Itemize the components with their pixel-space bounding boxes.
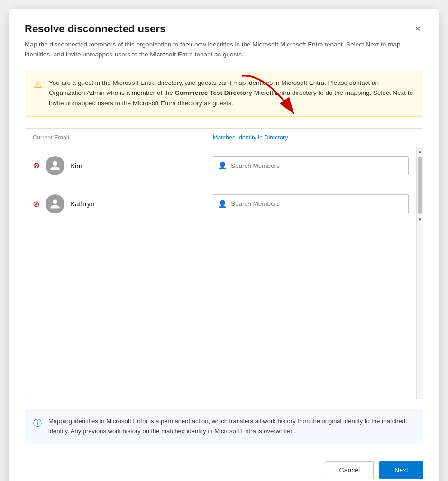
search-icon-kim: 👤: [218, 161, 227, 170]
close-button[interactable]: ×: [412, 23, 423, 34]
search-members-input-kim[interactable]: 👤: [213, 156, 409, 175]
scrollbar-track[interactable]: ▲ ▼: [416, 147, 423, 399]
table-body-wrapper: ⊗ Kim 👤: [25, 147, 423, 399]
person-icon: [49, 198, 61, 210]
user-cell-kim: ⊗ Kim: [33, 156, 213, 175]
table-row: ⊗ Kathryn 👤: [25, 185, 416, 223]
dialog-footer: Cancel Next: [25, 457, 423, 479]
search-input-kim[interactable]: [231, 162, 403, 169]
info-box: ⓘ Mapping identities in Microsoft Entra …: [25, 409, 423, 444]
info-text: Mapping identities in Microsoft Entra is…: [48, 416, 415, 436]
dialog-subtitle: Map the disconnected members of this org…: [25, 40, 413, 59]
next-button[interactable]: Next: [379, 461, 423, 479]
warning-icon: ⚠: [34, 79, 42, 90]
dialog-title: Resolve disconnected users: [25, 23, 165, 35]
col1-header: Current Email: [33, 132, 213, 143]
users-table: Current Email Matched Identity in Direct…: [25, 128, 423, 400]
scroll-down-arrow[interactable]: ▼: [418, 215, 422, 224]
resolve-disconnected-users-dialog: Resolve disconnected users × Map the dis…: [9, 9, 439, 481]
dialog-header: Resolve disconnected users ×: [25, 23, 423, 35]
search-icon-kathryn: 👤: [218, 200, 227, 208]
warning-box: ⚠ You are a guest in the Microsoft Entra…: [25, 70, 423, 117]
remove-icon-kathryn[interactable]: ⊗: [33, 199, 40, 209]
scroll-up-arrow[interactable]: ▲: [418, 147, 422, 156]
info-icon: ⓘ: [33, 417, 42, 429]
warning-text: You are a guest in the Microsoft Entra d…: [49, 78, 414, 109]
remove-icon-kim[interactable]: ⊗: [33, 160, 40, 171]
col2-header: Matched Identity in Directory: [213, 132, 415, 143]
cancel-button[interactable]: Cancel: [326, 461, 374, 479]
person-icon: [49, 160, 61, 171]
user-name-kim: Kim: [70, 162, 82, 170]
table-header: Current Email Matched Identity in Direct…: [25, 129, 423, 147]
scrollbar-thumb[interactable]: [418, 157, 422, 214]
warning-bold-text: Commerce Test Directory: [175, 89, 252, 96]
avatar-kathryn: [46, 194, 64, 213]
table-rows: ⊗ Kim 👤: [25, 147, 416, 399]
search-input-kathryn[interactable]: [231, 200, 403, 207]
search-members-input-kathryn[interactable]: 👤: [213, 194, 409, 213]
user-name-kathryn: Kathryn: [70, 200, 95, 208]
user-cell-kathryn: ⊗ Kathryn: [33, 194, 213, 213]
table-row: ⊗ Kim 👤: [25, 147, 416, 185]
avatar-kim: [46, 156, 64, 175]
